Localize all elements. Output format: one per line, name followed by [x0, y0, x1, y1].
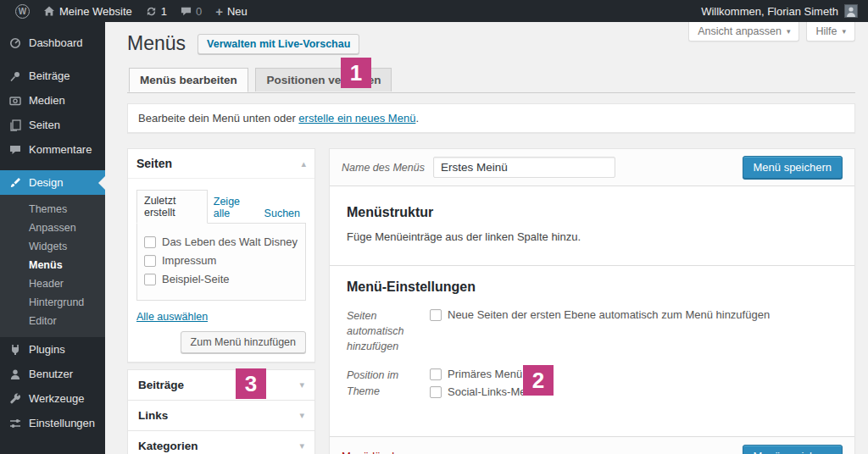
- sidebar-item-users[interactable]: Benutzer: [0, 362, 105, 386]
- delete-menu-link[interactable]: Menü löschen: [342, 450, 410, 454]
- auto-add-pages-label: Seiten automatisch hinzufügen: [347, 308, 421, 354]
- annotation-badge-1: 1: [341, 58, 371, 88]
- pages-postbox-header[interactable]: Seiten ▴: [128, 149, 314, 179]
- pushpin-icon: [8, 70, 22, 82]
- sidebar-item-posts[interactable]: Beiträge: [0, 64, 105, 88]
- dashboard-icon: [8, 37, 22, 49]
- sidebar-item-tools[interactable]: Werkzeuge: [0, 386, 105, 411]
- auto-add-option-label: Neue Seiten der ersten Ebene automatisch…: [448, 308, 770, 321]
- sidebar-item-dashboard[interactable]: Dashboard: [0, 30, 105, 55]
- admin-bar: W Meine Website 1 0 + Neu Willkommen, Fl…: [0, 0, 868, 22]
- select-all-link[interactable]: Alle auswählen: [136, 311, 208, 323]
- sidebar-item-media[interactable]: Medien: [0, 88, 105, 113]
- collapse-panel-icon[interactable]: ▴: [301, 158, 306, 169]
- accordion-categories[interactable]: Kategorien ▾: [127, 430, 315, 454]
- help-label: Hilfe: [815, 25, 837, 37]
- tab-most-recent[interactable]: Zuletzt erstellt: [136, 190, 208, 224]
- sidebar-label: Einstellungen: [29, 417, 95, 429]
- create-new-menu-link[interactable]: erstelle ein neues Menü: [298, 112, 415, 125]
- menu-editor-footer: Menü löschen Menü speichern: [330, 436, 854, 454]
- nav-tabs: Menüs bearbeiten Positionen verwalten: [127, 67, 855, 93]
- screen-options-label: Ansicht anpassen: [698, 25, 782, 37]
- chevron-down-icon: ▾: [787, 27, 791, 36]
- menu-settings-title: Menü-Einstellungen: [347, 280, 837, 295]
- auto-add-checkbox[interactable]: [430, 309, 442, 321]
- primary-menu-option: Primäres Menü: [430, 368, 538, 380]
- page-checkbox[interactable]: [144, 274, 156, 285]
- live-preview-button[interactable]: Verwalten mit Live-Vorschau: [198, 34, 359, 54]
- sidebar-label: Werkzeuge: [29, 392, 85, 405]
- comments-menu[interactable]: 0: [174, 0, 209, 22]
- submenu-item-themes[interactable]: Themes: [0, 200, 105, 219]
- sidebar-item-pages[interactable]: Seiten: [0, 113, 105, 137]
- menu-name-input[interactable]: [433, 157, 615, 178]
- submenu-item-customize[interactable]: Anpassen: [0, 219, 105, 237]
- menu-name-bar: Name des Menüs Menü speichern: [330, 149, 854, 186]
- sidebar-item-plugins[interactable]: Plugins: [0, 337, 105, 362]
- section-divider: [330, 265, 854, 266]
- annotation-badge-3: 3: [236, 368, 266, 399]
- page-item-label: Beispiel-Seite: [162, 273, 230, 285]
- page-checkbox[interactable]: [144, 255, 156, 267]
- tab-search[interactable]: Suchen: [259, 203, 306, 224]
- submenu-item-background[interactable]: Hintergrund: [0, 293, 105, 312]
- tab-view-all[interactable]: Zeige alle: [208, 191, 259, 224]
- sidebar-separator: [0, 162, 105, 170]
- save-menu-button-top[interactable]: Menü speichern: [743, 156, 843, 179]
- submenu-item-menus[interactable]: Menüs: [0, 256, 105, 274]
- sidebar-label: Kommentare: [29, 143, 92, 156]
- settings-sliders-icon: [8, 418, 22, 429]
- update-icon: [146, 6, 157, 17]
- main-content: Ansicht anpassen ▾ Hilfe ▾ Menüs Verwalt…: [105, 22, 868, 454]
- page-check-item: Das Leben des Walt Disney: [144, 235, 298, 248]
- sidebar-item-settings[interactable]: Einstellungen: [0, 411, 105, 435]
- primary-menu-checkbox[interactable]: [430, 368, 442, 380]
- collapse-menu-button[interactable]: Menü einklappen: [0, 447, 105, 454]
- notice-text: Bearbeite dein Menü unten oder: [138, 112, 298, 125]
- pages-filter-tabs: Zuletzt erstellt Zeige alle Suchen: [136, 190, 306, 224]
- help-button[interactable]: Hilfe ▾: [806, 22, 855, 42]
- auto-add-pages-row: Seiten automatisch hinzufügen Neue Seite…: [347, 308, 837, 354]
- paintbrush-icon: [8, 177, 22, 189]
- chevron-down-icon: ▾: [299, 440, 304, 451]
- screen-options-button[interactable]: Ansicht anpassen ▾: [688, 22, 799, 42]
- appearance-submenu: Themes Anpassen Widgets Menüs Header Hin…: [0, 195, 105, 337]
- sidebar-label: Dashboard: [29, 36, 83, 49]
- social-links-menu-checkbox[interactable]: [430, 386, 442, 398]
- greeting-label: Willkommen, Florian Simeth: [701, 5, 838, 18]
- accordion-posts-title: Beiträge: [138, 379, 184, 391]
- pages-postbox-body: Zuletzt erstellt Zeige alle Suchen Das L…: [128, 179, 314, 362]
- accordion-links[interactable]: Links ▾: [127, 400, 315, 431]
- menu-structure-title: Menüstruktur: [347, 205, 837, 220]
- annotation-badge-2: 2: [523, 365, 554, 396]
- tab-edit-menus[interactable]: Menüs bearbeiten: [129, 68, 248, 92]
- sidebar-separator: [0, 55, 105, 64]
- chevron-down-icon: ▾: [842, 27, 846, 36]
- page-checkbox[interactable]: [144, 236, 156, 248]
- updates-menu[interactable]: 1: [139, 0, 174, 22]
- add-to-menu-button[interactable]: Zum Menü hinzufügen: [181, 331, 306, 353]
- menu-editor-body: Menüstruktur Füge Menüeinträge aus der l…: [330, 186, 854, 418]
- site-name-label: Meine Website: [59, 5, 132, 18]
- account-menu[interactable]: Willkommen, Florian Simeth: [701, 4, 860, 18]
- sidebar-item-comments[interactable]: Kommentare: [0, 137, 105, 162]
- sidebar-label: Design: [29, 176, 63, 189]
- accordion-posts[interactable]: Beiträge ▾ 3: [127, 369, 315, 401]
- submenu-item-editor[interactable]: Editor: [0, 312, 105, 330]
- wp-logo-menu[interactable]: W: [8, 0, 36, 22]
- auto-add-option: Neue Seiten der ersten Ebene automatisch…: [430, 308, 770, 321]
- submenu-item-widgets[interactable]: Widgets: [0, 237, 105, 256]
- submenu-item-header[interactable]: Header: [0, 274, 105, 293]
- updates-count: 1: [161, 5, 167, 18]
- save-menu-button-bottom[interactable]: Menü speichern: [743, 445, 843, 454]
- comments-icon: [8, 144, 22, 156]
- site-name-menu[interactable]: Meine Website: [36, 0, 139, 22]
- plus-icon: +: [215, 4, 223, 19]
- avatar: [844, 4, 858, 18]
- menu-items-column: Seiten ▴ Zuletzt erstellt Zeige alle Suc…: [127, 148, 315, 454]
- new-label: Neu: [227, 5, 248, 18]
- new-content-menu[interactable]: + Neu: [209, 0, 254, 22]
- tab-manage-locations[interactable]: Positionen verwalten: [255, 68, 392, 91]
- sidebar-item-appearance[interactable]: Design: [0, 170, 105, 195]
- primary-menu-label: Primäres Menü: [448, 368, 522, 380]
